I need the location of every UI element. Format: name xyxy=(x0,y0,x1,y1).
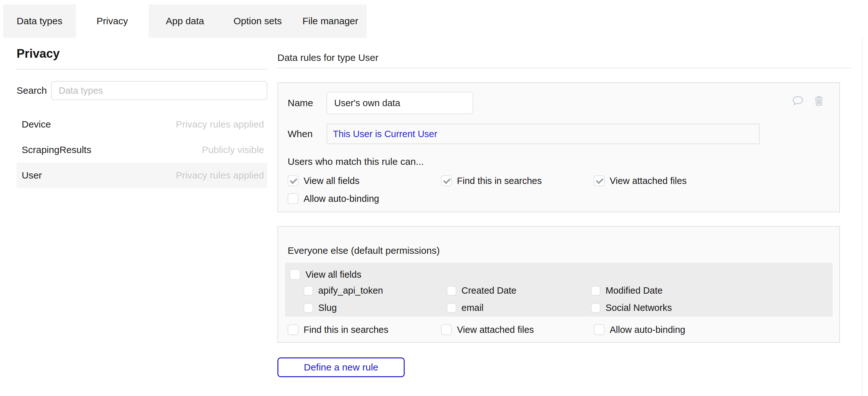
checkbox-label: Slug xyxy=(318,303,337,313)
checkbox-label: apify_api_token xyxy=(318,285,383,296)
tab-label: Privacy xyxy=(97,16,128,27)
tab-privacy[interactable]: Privacy xyxy=(76,4,149,38)
list-item-device[interactable]: Device Privacy rules applied xyxy=(17,112,267,137)
type-name: Device xyxy=(22,119,51,130)
data-type-list: Device Privacy rules applied ScrapingRes… xyxy=(17,112,267,188)
page-title: Privacy xyxy=(17,47,267,60)
tab-data-types[interactable]: Data types xyxy=(3,4,76,38)
default-bottom-permissions: Find this in searches View attached file… xyxy=(288,324,830,335)
checkbox-box[interactable] xyxy=(591,303,600,313)
type-status: Publicly visible xyxy=(202,145,264,155)
checkbox-box[interactable] xyxy=(304,286,313,296)
type-name: User xyxy=(22,170,42,181)
search-input[interactable] xyxy=(51,81,267,100)
privacy-rule-card: Name When This User is Current User User… xyxy=(277,82,840,212)
type-status: Privacy rules applied xyxy=(176,170,264,181)
checkbox-field-modified-date[interactable]: Modified Date xyxy=(591,285,833,296)
fields-band: View all fields apify_api_token Created … xyxy=(285,263,833,316)
default-permissions-card: Everyone else (default permissions) View… xyxy=(277,226,840,343)
rules-header: Data rules for type User xyxy=(277,53,852,63)
checkbox-label: Social Networks xyxy=(606,303,672,313)
tab-app-data[interactable]: App data xyxy=(149,4,221,38)
search-label: Search xyxy=(17,85,51,96)
privacy-rules-panel: Data rules for type User Name When This … xyxy=(277,53,852,377)
data-tab-bar: Data types Privacy App data Option sets … xyxy=(3,4,367,38)
checkbox-box[interactable] xyxy=(288,193,299,204)
container-right-border xyxy=(862,38,863,396)
checkbox-box[interactable] xyxy=(289,269,300,280)
checkbox-allow-auto-binding-default[interactable]: Allow auto-binding xyxy=(594,324,830,335)
checkbox-view-attached-files[interactable]: View attached files xyxy=(594,175,830,186)
comment-icon[interactable] xyxy=(791,94,805,107)
type-name: ScrapingResults xyxy=(22,145,91,155)
privacy-sidebar: Privacy Search Device Privacy rules appl… xyxy=(17,47,267,188)
trash-icon[interactable] xyxy=(812,94,826,107)
divider xyxy=(277,68,852,68)
when-condition-box[interactable]: This User is Current User xyxy=(327,124,760,144)
checkbox-label: View all fields xyxy=(304,176,360,186)
checkbox-label: email xyxy=(461,303,484,313)
checkbox-box[interactable] xyxy=(447,286,456,296)
tab-option-sets[interactable]: Option sets xyxy=(221,4,294,38)
checkbox-box[interactable] xyxy=(441,175,452,186)
when-condition-link[interactable]: This User is Current User xyxy=(333,129,437,139)
default-permissions-title: Everyone else (default permissions) xyxy=(288,245,830,256)
checkbox-view-all-fields[interactable]: View all fields xyxy=(288,175,441,186)
checkbox-field-email[interactable]: email xyxy=(447,303,591,313)
list-item-user[interactable]: User Privacy rules applied xyxy=(17,162,267,188)
tab-label: Option sets xyxy=(234,16,282,27)
field-checkbox-grid: apify_api_token Created Date Modified Da… xyxy=(304,285,833,313)
checkbox-box[interactable] xyxy=(594,324,604,335)
checkbox-label: Modified Date xyxy=(606,285,663,296)
tab-label: App data xyxy=(166,16,204,27)
checkbox-box[interactable] xyxy=(288,324,299,335)
rule-when-row: When This User is Current User xyxy=(288,124,830,144)
rule-name-input[interactable] xyxy=(327,92,473,114)
checkbox-field-social-networks[interactable]: Social Networks xyxy=(591,303,833,313)
checkbox-find-in-searches[interactable]: Find this in searches xyxy=(441,175,594,186)
tab-file-manager[interactable]: File manager xyxy=(294,4,367,38)
rule-name-row: Name xyxy=(288,92,830,114)
checkbox-allow-auto-binding[interactable]: Allow auto-binding xyxy=(288,193,441,204)
search-row: Search xyxy=(17,81,267,100)
checkbox-box[interactable] xyxy=(288,175,299,186)
checkbox-label: Allow auto-binding xyxy=(610,325,685,335)
checkbox-field-created-date[interactable]: Created Date xyxy=(447,285,591,296)
divider xyxy=(17,69,267,69)
checkbox-label: Created Date xyxy=(461,285,517,296)
checkbox-box[interactable] xyxy=(304,303,313,313)
checkbox-label: Allow auto-binding xyxy=(304,193,379,204)
checkbox-field-slug[interactable]: Slug xyxy=(304,303,447,313)
tab-label: File manager xyxy=(302,16,358,27)
checkbox-box[interactable] xyxy=(447,303,456,313)
rule-permissions: View all fields Find this in searches Vi… xyxy=(288,175,830,204)
define-new-rule-button[interactable]: Define a new rule xyxy=(277,358,405,377)
checkbox-find-in-searches-default[interactable]: Find this in searches xyxy=(288,324,441,335)
checkbox-view-all-fields-default[interactable]: View all fields xyxy=(289,269,833,280)
permissions-caption: Users who match this rule can... xyxy=(288,156,830,167)
checkbox-label: Find this in searches xyxy=(457,176,542,186)
checkbox-box[interactable] xyxy=(591,286,600,296)
checkbox-view-attached-files-default[interactable]: View attached files xyxy=(441,324,594,335)
checkbox-box[interactable] xyxy=(441,324,452,335)
checkbox-field-apify-api-token[interactable]: apify_api_token xyxy=(304,285,447,296)
rule-card-actions xyxy=(791,94,826,107)
name-label: Name xyxy=(288,97,327,109)
checkbox-label: View attached files xyxy=(457,325,534,335)
checkbox-label: Find this in searches xyxy=(304,325,389,335)
list-item-scrapingresults[interactable]: ScrapingResults Publicly visible xyxy=(17,137,267,162)
checkbox-box[interactable] xyxy=(594,175,604,186)
type-status: Privacy rules applied xyxy=(176,119,264,130)
checkbox-label: View all fields xyxy=(306,269,361,280)
tab-label: Data types xyxy=(17,16,62,27)
checkbox-label: View attached files xyxy=(610,176,687,186)
when-label: When xyxy=(288,128,327,139)
